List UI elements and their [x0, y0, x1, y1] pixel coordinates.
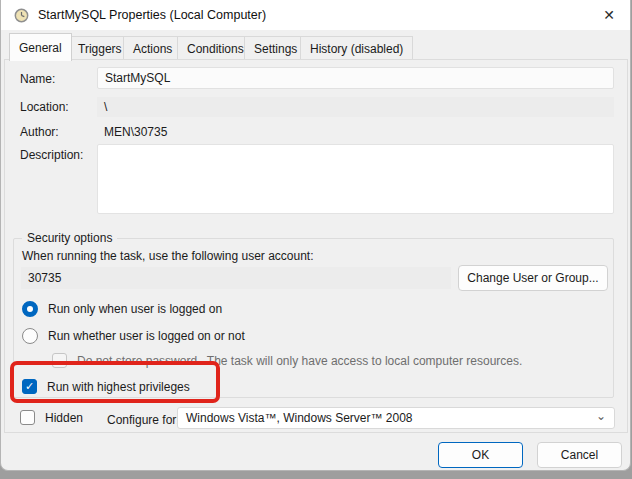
radio-run-whether[interactable]: Run whether user is logged on or not [22, 328, 245, 344]
location-label: Location: [20, 100, 69, 114]
configure-for-label: Configure for: [107, 413, 180, 427]
description-label: Description: [20, 148, 83, 162]
checkbox-no-password-label: Do not store password. The task will onl… [77, 354, 522, 368]
checkbox-highest-privileges-label: Run with highest privileges [47, 380, 190, 394]
task-properties-dialog: StartMySQL Properties (Local Computer) ✕… [0, 0, 631, 471]
checkbox-highest-privileges[interactable]: ✓ Run with highest privileges [22, 379, 190, 394]
general-tab-page: Name: StartMySQL Location: \ Author: MEN… [4, 59, 628, 433]
security-options-group: Security options When running the task, … [13, 238, 614, 398]
location-field: \ [97, 97, 614, 117]
checkbox-checked-icon[interactable]: ✓ [22, 379, 37, 394]
tab-settings[interactable]: Settings [244, 36, 307, 60]
window-title: StartMySQL Properties (Local Computer) [38, 8, 266, 22]
tab-history[interactable]: History (disabled) [300, 36, 413, 60]
user-account-field: 30735 [21, 267, 451, 289]
titlebar: StartMySQL Properties (Local Computer) ✕ [1, 0, 630, 30]
tab-general[interactable]: General [9, 33, 72, 61]
radio-run-whether-label: Run whether user is logged on or not [48, 329, 245, 343]
security-options-legend: Security options [22, 231, 117, 245]
change-user-button[interactable]: Change User or Group... [458, 265, 608, 291]
cancel-button[interactable]: Cancel [537, 442, 622, 468]
radio-unselected-icon[interactable] [22, 328, 38, 344]
checkbox-hidden-label: Hidden [45, 411, 83, 425]
name-label: Name: [20, 72, 55, 86]
checkbox-no-password: Do not store password. The task will onl… [52, 353, 522, 368]
task-scheduler-clock-icon [14, 8, 29, 23]
tab-conditions[interactable]: Conditions [177, 36, 254, 60]
account-prompt: When running the task, use the following… [22, 249, 314, 263]
description-field[interactable] [97, 144, 614, 214]
radio-selected-icon[interactable] [22, 301, 38, 317]
chevron-down-icon: ⌄ [596, 406, 606, 426]
configure-for-dropdown[interactable]: Windows Vista™, Windows Server™ 2008 ⌄ [177, 407, 615, 429]
close-icon[interactable]: ✕ [596, 3, 622, 27]
radio-run-logged-on[interactable]: Run only when user is logged on [22, 301, 222, 317]
tabstrip: General Triggers Actions Conditions Sett… [1, 30, 630, 60]
checkbox-hidden[interactable]: Hidden [20, 410, 83, 425]
tab-actions[interactable]: Actions [123, 36, 182, 60]
configure-for-value: Windows Vista™, Windows Server™ 2008 [186, 408, 413, 428]
radio-run-logged-on-label: Run only when user is logged on [48, 302, 222, 316]
checkbox-unchecked-icon[interactable] [20, 410, 35, 425]
author-label: Author: [20, 125, 59, 139]
checkbox-disabled-icon [52, 353, 67, 368]
name-field[interactable]: StartMySQL [97, 67, 614, 89]
author-value: MEN\30735 [104, 125, 167, 139]
ok-button[interactable]: OK [438, 442, 523, 468]
